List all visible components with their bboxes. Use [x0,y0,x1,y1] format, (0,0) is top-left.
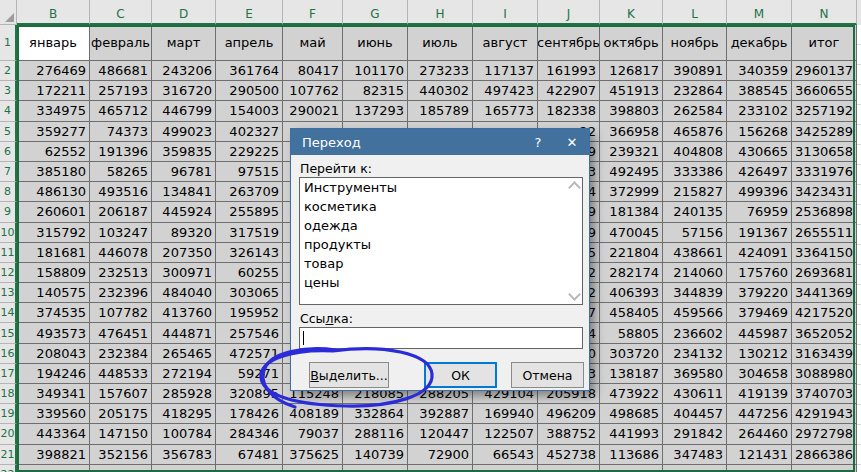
cell-M13[interactable]: 379220 [727,283,792,303]
cell-N11[interactable]: 3364150 [792,243,857,263]
cell-B13[interactable]: 140575 [17,283,90,303]
cell-L1[interactable]: ноябрь [663,25,727,61]
cell-B12[interactable]: 158809 [17,263,90,283]
cell-L13[interactable]: 344839 [663,283,727,303]
cell-C21[interactable]: 352156 [90,445,152,465]
goto-item-6[interactable]: цены [300,273,582,292]
cell-B14[interactable]: 374535 [17,303,90,323]
cell-L5[interactable]: 465876 [663,122,727,142]
cell-C20[interactable]: 147150 [90,424,152,444]
column-header-M[interactable]: M [727,0,792,25]
cell-L15[interactable]: 236602 [663,323,727,343]
cell-G4[interactable]: 137293 [343,101,408,121]
row-header-2[interactable]: 2 [0,61,17,81]
cell-H21[interactable]: 72900 [408,445,473,465]
cell-M9[interactable]: 76959 [727,202,792,222]
cell-N21[interactable]: 2866386 [792,445,857,465]
cell-B11[interactable]: 181681 [17,243,90,263]
cell-E4[interactable]: 154003 [216,101,283,121]
cell-L10[interactable]: 57156 [663,223,727,243]
cell-B1[interactable]: январь [17,25,90,61]
cell-C3[interactable]: 257193 [90,81,152,101]
row-header-5[interactable]: 5 [0,122,17,142]
cell-C18[interactable]: 157607 [90,384,152,404]
cell-E20[interactable]: 284346 [216,424,283,444]
cell-I22[interactable]: 200077 [473,465,538,472]
cell-M18[interactable]: 419139 [727,384,792,404]
row-header-12[interactable]: 12 [0,263,17,283]
cell-N19[interactable]: 4291943 [792,404,857,424]
row-header-10[interactable]: 10 [0,223,17,243]
cell-N12[interactable]: 2693681 [792,263,857,283]
cell-J21[interactable]: 452738 [538,445,600,465]
row-header-16[interactable]: 16 [0,344,17,364]
cell-E16[interactable]: 472571 [216,344,283,364]
scroll-down-icon[interactable] [568,288,581,301]
cell-F4[interactable]: 290021 [283,101,343,121]
cell-B17[interactable]: 194246 [17,364,90,384]
cell-N2[interactable]: 2960137 [792,61,857,81]
cell-I4[interactable]: 165773 [473,101,538,121]
column-header-F[interactable]: F [283,0,343,25]
row-header-19[interactable]: 19 [0,404,17,424]
cell-C16[interactable]: 232384 [90,344,152,364]
cell-M5[interactable]: 156268 [727,122,792,142]
cancel-button[interactable]: Отмена [511,362,584,388]
cell-L16[interactable]: 234132 [663,344,727,364]
cell-M11[interactable]: 424091 [727,243,792,263]
cell-F1[interactable]: май [283,25,343,61]
cell-K7[interactable]: 492495 [600,162,663,182]
cell-D2[interactable]: 243206 [152,61,216,81]
cell-D7[interactable]: 96781 [152,162,216,182]
cell-E5[interactable]: 402327 [216,122,283,142]
cell-N16[interactable]: 3163439 [792,344,857,364]
cell-C14[interactable]: 107782 [90,303,152,323]
cell-N18[interactable]: 3740703 [792,384,857,404]
cell-B3[interactable]: 172211 [17,81,90,101]
cell-G1[interactable]: июнь [343,25,408,61]
cell-N4[interactable]: 3257192 [792,101,857,121]
cell-D9[interactable]: 445924 [152,202,216,222]
cell-M7[interactable]: 426497 [727,162,792,182]
cell-K9[interactable]: 181384 [600,202,663,222]
cell-E11[interactable]: 326143 [216,243,283,263]
cell-L19[interactable]: 404457 [663,404,727,424]
cell-G19[interactable]: 332864 [343,404,408,424]
cell-N14[interactable]: 4217520 [792,303,857,323]
cell-E9[interactable]: 255895 [216,202,283,222]
cell-E10[interactable]: 317519 [216,223,283,243]
cell-G3[interactable]: 82315 [343,81,408,101]
row-header-15[interactable]: 15 [0,323,17,343]
cell-H4[interactable]: 185789 [408,101,473,121]
cell-B2[interactable]: 276469 [17,61,90,81]
cell-M12[interactable]: 175760 [727,263,792,283]
cell-N6[interactable]: 3130658 [792,142,857,162]
cell-E7[interactable]: 97515 [216,162,283,182]
ok-button[interactable]: ОК [424,362,497,388]
row-header-13[interactable]: 13 [0,283,17,303]
cell-F21[interactable]: 375625 [283,445,343,465]
cell-E22[interactable]: 241600 [216,465,283,472]
cell-N10[interactable]: 2655511 [792,223,857,243]
cell-H20[interactable]: 120447 [408,424,473,444]
cell-B18[interactable]: 349341 [17,384,90,404]
cell-H1[interactable]: июль [408,25,473,61]
column-header-K[interactable]: K [600,0,663,25]
row-header-18[interactable]: 18 [0,384,17,404]
cell-C12[interactable]: 232513 [90,263,152,283]
row-header-7[interactable]: 7 [0,162,17,182]
cell-J1[interactable]: сентябрь [538,25,600,61]
column-header-J[interactable]: J [538,0,600,25]
cell-K4[interactable]: 398803 [600,101,663,121]
column-header-I[interactable]: I [473,0,538,25]
cell-D1[interactable]: март [152,25,216,61]
cell-I2[interactable]: 117137 [473,61,538,81]
cell-H3[interactable]: 440302 [408,81,473,101]
cell-L14[interactable]: 459566 [663,303,727,323]
cell-D19[interactable]: 418295 [152,404,216,424]
cell-E1[interactable]: апрель [216,25,283,61]
cell-C1[interactable]: февраль [90,25,152,61]
cell-L2[interactable]: 390891 [663,61,727,81]
cell-K6[interactable]: 239321 [600,142,663,162]
cell-M8[interactable]: 499396 [727,182,792,202]
